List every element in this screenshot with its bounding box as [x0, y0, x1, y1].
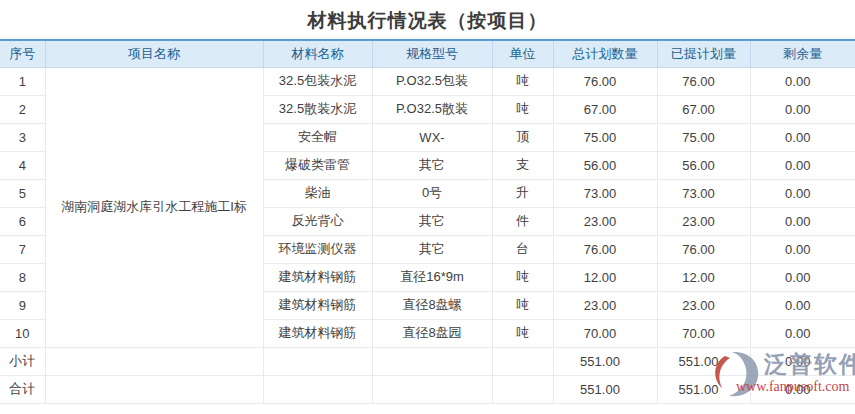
unit-cell: 升 [492, 179, 553, 207]
report-page: 材料执行情况表（按项目） 序号 项目名称 材料名称 规格型号 单位 总计划数量 … [0, 0, 855, 414]
submitted-qty-cell: 23.00 [657, 291, 750, 319]
submitted-qty-cell: 76.00 [657, 67, 750, 95]
spec-model-cell: 其它 [372, 235, 492, 263]
col-header-submitted-plan: 已提计划量 [657, 40, 750, 67]
subtotal-remaining-qty: 0.00 [750, 347, 855, 375]
planned-qty-cell: 75.00 [553, 123, 657, 151]
planned-qty-cell: 73.00 [553, 179, 657, 207]
material-execution-table: 序号 项目名称 材料名称 规格型号 单位 总计划数量 已提计划量 剩余量 1 湖… [0, 39, 855, 404]
spec-model-cell: 直径8盘园 [372, 319, 492, 347]
submitted-qty-cell: 75.00 [657, 123, 750, 151]
grand-total-material-cell [263, 375, 372, 403]
table-footer: 小计 551.00 551.00 0.00 合计 551.00 551.00 0… [0, 347, 855, 403]
unit-cell: 吨 [492, 95, 553, 123]
planned-qty-cell: 23.00 [553, 207, 657, 235]
remaining-qty-cell: 0.00 [750, 95, 855, 123]
material-name-link[interactable]: 安全帽 [263, 123, 372, 151]
project-name-link[interactable]: 湖南洞庭湖水库引水工程施工I标 [45, 67, 263, 347]
material-name-link[interactable]: 32.5包装水泥 [263, 67, 372, 95]
planned-qty-cell: 76.00 [553, 67, 657, 95]
submitted-qty-cell: 76.00 [657, 235, 750, 263]
grand-total-remaining-qty: 0.00 [750, 375, 855, 403]
material-name-link[interactable]: 建筑材料钢筋 [263, 319, 372, 347]
subtotal-project-cell [45, 347, 263, 375]
spec-model-cell: 直径16*9m [372, 263, 492, 291]
remaining-qty-cell: 0.00 [750, 123, 855, 151]
col-header-index: 序号 [0, 40, 45, 67]
subtotal-unit-cell [492, 347, 553, 375]
material-name-link[interactable]: 环境监测仪器 [263, 235, 372, 263]
row-index-cell: 7 [0, 235, 45, 263]
col-header-material-name: 材料名称 [263, 40, 372, 67]
remaining-qty-cell: 0.00 [750, 235, 855, 263]
table-row: 1 湖南洞庭湖水库引水工程施工I标32.5包装水泥 P.O32.5包装 吨 76… [0, 67, 855, 95]
unit-cell: 顶 [492, 123, 553, 151]
unit-cell: 吨 [492, 67, 553, 95]
planned-qty-cell: 76.00 [553, 235, 657, 263]
planned-qty-cell: 70.00 [553, 319, 657, 347]
submitted-qty-cell: 73.00 [657, 179, 750, 207]
material-name-link[interactable]: 反光背心 [263, 207, 372, 235]
submitted-qty-cell: 23.00 [657, 207, 750, 235]
table-header: 序号 项目名称 材料名称 规格型号 单位 总计划数量 已提计划量 剩余量 [0, 40, 855, 67]
unit-cell: 台 [492, 235, 553, 263]
remaining-qty-cell: 0.00 [750, 151, 855, 179]
remaining-qty-cell: 0.00 [750, 67, 855, 95]
col-header-spec-model: 规格型号 [372, 40, 492, 67]
grand-total-project-cell [45, 375, 263, 403]
col-header-remaining: 剩余量 [750, 40, 855, 67]
subtotal-spec-cell [372, 347, 492, 375]
col-header-total-planned: 总计划数量 [553, 40, 657, 67]
submitted-qty-cell: 67.00 [657, 95, 750, 123]
subtotal-material-cell [263, 347, 372, 375]
planned-qty-cell: 67.00 [553, 95, 657, 123]
grand-total-spec-cell [372, 375, 492, 403]
row-index-cell: 6 [0, 207, 45, 235]
spec-model-cell: 其它 [372, 151, 492, 179]
spec-model-cell: P.O32.5包装 [372, 67, 492, 95]
unit-cell: 吨 [492, 319, 553, 347]
material-name-link[interactable]: 建筑材料钢筋 [263, 291, 372, 319]
row-index-cell: 4 [0, 151, 45, 179]
table-body: 1 湖南洞庭湖水库引水工程施工I标32.5包装水泥 P.O32.5包装 吨 76… [0, 67, 855, 347]
unit-cell: 件 [492, 207, 553, 235]
row-index-cell: 9 [0, 291, 45, 319]
col-header-unit: 单位 [492, 40, 553, 67]
spec-model-cell: 其它 [372, 207, 492, 235]
material-name-link[interactable]: 爆破类雷管 [263, 151, 372, 179]
remaining-qty-cell: 0.00 [750, 179, 855, 207]
grand-total-planned-qty: 551.00 [553, 375, 657, 403]
material-name-link[interactable]: 建筑材料钢筋 [263, 263, 372, 291]
row-index-cell: 5 [0, 179, 45, 207]
spec-model-cell: P.O32.5散装 [372, 95, 492, 123]
grand-total-unit-cell [492, 375, 553, 403]
subtotal-label: 小计 [0, 347, 45, 375]
grand-total-label: 合计 [0, 375, 45, 403]
planned-qty-cell: 12.00 [553, 263, 657, 291]
row-index-cell: 1 [0, 67, 45, 95]
remaining-qty-cell: 0.00 [750, 319, 855, 347]
row-index-cell: 2 [0, 95, 45, 123]
row-index-cell: 3 [0, 123, 45, 151]
material-name-link[interactable]: 柴油 [263, 179, 372, 207]
remaining-qty-cell: 0.00 [750, 207, 855, 235]
subtotal-row: 小计 551.00 551.00 0.00 [0, 347, 855, 375]
unit-cell: 吨 [492, 291, 553, 319]
subtotal-submitted-qty: 551.00 [657, 347, 750, 375]
submitted-qty-cell: 70.00 [657, 319, 750, 347]
planned-qty-cell: 23.00 [553, 291, 657, 319]
planned-qty-cell: 56.00 [553, 151, 657, 179]
page-title: 材料执行情况表（按项目） [0, 0, 855, 39]
col-header-project-name: 项目名称 [45, 40, 263, 67]
submitted-qty-cell: 12.00 [657, 263, 750, 291]
material-name-link[interactable]: 32.5散装水泥 [263, 95, 372, 123]
submitted-qty-cell: 56.00 [657, 151, 750, 179]
grand-total-row: 合计 551.00 551.00 0.00 [0, 375, 855, 403]
spec-model-cell: 0号 [372, 179, 492, 207]
remaining-qty-cell: 0.00 [750, 291, 855, 319]
spec-model-cell: 直径8盘螺 [372, 291, 492, 319]
grand-total-submitted-qty: 551.00 [657, 375, 750, 403]
unit-cell: 吨 [492, 263, 553, 291]
row-index-cell: 10 [0, 319, 45, 347]
row-index-cell: 8 [0, 263, 45, 291]
